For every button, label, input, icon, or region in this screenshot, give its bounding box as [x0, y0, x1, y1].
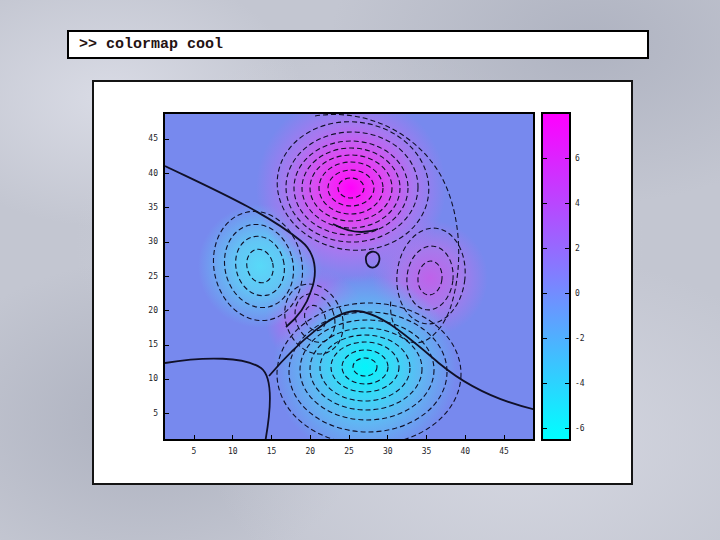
- contour-ring: [392, 225, 470, 328]
- colorbar-tick-mark: [565, 203, 569, 204]
- colorbar: [541, 112, 571, 441]
- y-tick-mark: [165, 173, 169, 174]
- colorbar-tick-mark: [565, 158, 569, 159]
- x-tick-mark: [387, 435, 388, 439]
- x-tick-mark: [504, 435, 505, 439]
- contour-ring: [328, 170, 374, 206]
- x-tick-mark: [232, 435, 233, 439]
- contour-ring: [301, 302, 329, 334]
- colorbar-tick-label: 4: [575, 199, 593, 209]
- colorbar-tick-mark: [565, 338, 569, 339]
- x-tick-label: 35: [417, 447, 437, 457]
- contour-ring: [338, 178, 364, 198]
- contour-ring: [320, 335, 410, 401]
- y-tick-mark: [165, 242, 169, 243]
- contour-ring: [331, 342, 399, 392]
- y-tick-mark: [165, 207, 169, 208]
- colorbar-tick-mark: [543, 203, 547, 204]
- colorbar-tick-mark: [543, 158, 547, 159]
- colorbar-tick-mark: [543, 338, 547, 339]
- contour-ring: [204, 203, 313, 329]
- x-tick-mark: [271, 435, 272, 439]
- contour-plot-axes: [163, 112, 535, 441]
- y-tick-mark: [165, 276, 169, 277]
- colorbar-tick-label: -6: [575, 424, 593, 434]
- zero-contour-island: [366, 252, 380, 268]
- colorbar-tick-mark: [565, 428, 569, 429]
- y-tick-label: 40: [128, 169, 158, 179]
- x-tick-label: 15: [262, 447, 282, 457]
- y-tick-label: 25: [128, 272, 158, 282]
- x-tick-mark: [194, 435, 195, 439]
- x-tick-mark: [310, 435, 311, 439]
- colorbar-tick-mark: [565, 383, 569, 384]
- colorbar-tick-mark: [543, 428, 547, 429]
- y-tick-label: 35: [128, 203, 158, 213]
- contour-ring: [342, 350, 388, 384]
- colorbar-tick-label: -4: [575, 379, 593, 389]
- x-tick-label: 45: [494, 447, 514, 457]
- y-tick-label: 10: [128, 374, 158, 384]
- matlab-command-box: >> colormap cool: [67, 30, 649, 59]
- x-tick-label: 25: [339, 447, 359, 457]
- contour-ring: [416, 260, 443, 296]
- contour-ring: [243, 246, 276, 285]
- zero-contour-tent: [269, 311, 535, 410]
- y-tick-label: 15: [128, 340, 158, 350]
- x-tick-mark: [465, 435, 466, 439]
- colorbar-tick-label: 6: [575, 154, 593, 164]
- x-tick-mark: [426, 435, 427, 439]
- zero-contour-upper-left: [165, 166, 315, 327]
- x-tick-mark: [349, 435, 350, 439]
- contour-ring: [353, 358, 377, 376]
- x-tick-label: 10: [223, 447, 243, 457]
- matlab-command-text: >> colormap cool: [79, 36, 223, 53]
- x-tick-label: 30: [378, 447, 398, 457]
- contour-ring: [229, 231, 290, 301]
- y-tick-mark: [165, 310, 169, 311]
- y-tick-label: 45: [128, 134, 158, 144]
- x-tick-label: 20: [300, 447, 320, 457]
- y-tick-mark: [165, 139, 169, 140]
- colorbar-tick-label: -2: [575, 334, 593, 344]
- y-tick-label: 5: [128, 409, 158, 419]
- contour-lines-layer: [165, 114, 535, 441]
- slide-background: { "slide": { "command_box": { "prompt": …: [0, 0, 720, 540]
- contour-ring: [404, 244, 456, 312]
- contour-ring: [275, 275, 354, 363]
- y-tick-label: 30: [128, 237, 158, 247]
- zero-contour-lower-left: [165, 359, 270, 441]
- y-tick-mark: [165, 413, 169, 414]
- x-tick-label: 5: [184, 447, 204, 457]
- y-tick-label: 20: [128, 306, 158, 316]
- colorbar-tick-mark: [543, 383, 547, 384]
- contour-ring: [310, 328, 422, 410]
- colorbar-tick-mark: [543, 293, 547, 294]
- colorbar-tick-mark: [565, 293, 569, 294]
- colorbar-tick-label: 2: [575, 244, 593, 254]
- x-tick-label: 40: [455, 447, 475, 457]
- contour-ring: [310, 155, 392, 221]
- y-tick-mark: [165, 345, 169, 346]
- colorbar-tick-mark: [543, 248, 547, 249]
- contour-ring: [302, 148, 400, 228]
- colorbar-tick-mark: [565, 248, 569, 249]
- colorbar-tick-label: 0: [575, 289, 593, 299]
- y-tick-mark: [165, 379, 169, 380]
